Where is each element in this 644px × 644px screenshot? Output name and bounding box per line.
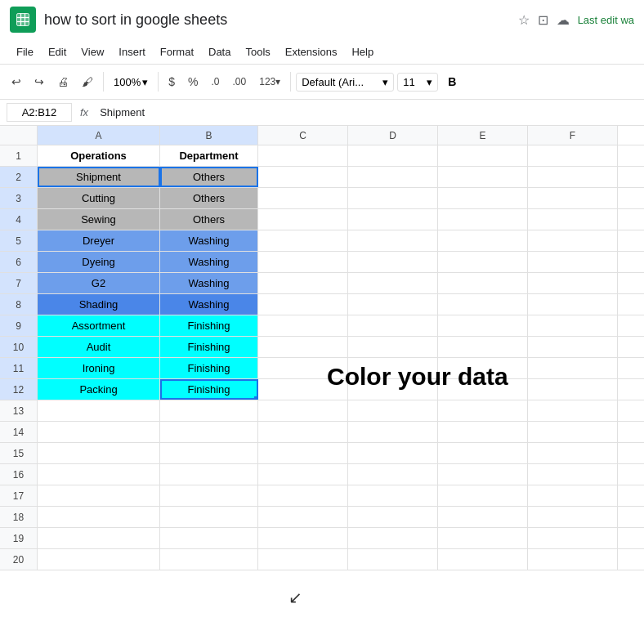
menu-help[interactable]: Help <box>345 42 380 61</box>
cell-f16[interactable] <box>528 464 618 485</box>
cell-d1[interactable] <box>348 145 438 166</box>
row-number-3[interactable]: 3 <box>0 188 38 208</box>
cell-b9[interactable]: Finishing <box>160 315 258 336</box>
menu-extensions[interactable]: Extensions <box>279 42 344 61</box>
cell-a13[interactable] <box>38 400 160 421</box>
row-number-14[interactable]: 14 <box>0 422 38 442</box>
fill-handle[interactable] <box>254 396 258 400</box>
cell-f6[interactable] <box>528 252 618 272</box>
cell-f5[interactable] <box>528 230 618 251</box>
cell-reference-input[interactable] <box>7 103 72 122</box>
zoom-selector[interactable]: 100% ▾ <box>109 73 153 92</box>
cell-a2[interactable]: Shipment <box>38 167 160 187</box>
row-number-13[interactable]: 13 <box>0 400 38 421</box>
cell-f3[interactable] <box>528 188 618 208</box>
redo-button[interactable]: ↪ <box>29 72 49 92</box>
cell-b17[interactable] <box>160 485 258 506</box>
cell-f18[interactable] <box>528 507 618 527</box>
cell-f2[interactable] <box>528 167 618 187</box>
cell-b4[interactable]: Others <box>160 209 258 230</box>
cell-a14[interactable] <box>38 422 160 442</box>
cell-d7[interactable] <box>348 273 438 293</box>
cell-f14[interactable] <box>528 422 618 442</box>
font-selector[interactable]: Default (Ari... ▾ <box>296 73 394 92</box>
cell-a17[interactable] <box>38 485 160 506</box>
cell-c5[interactable] <box>258 230 348 251</box>
cell-d20[interactable] <box>348 549 438 570</box>
cell-e13[interactable] <box>438 400 528 421</box>
cell-b18[interactable] <box>160 507 258 527</box>
row-number-20[interactable]: 20 <box>0 549 38 570</box>
cell-e20[interactable] <box>438 549 528 570</box>
cell-c1[interactable] <box>258 145 348 166</box>
cell-c17[interactable] <box>258 485 348 506</box>
row-number-2[interactable]: 2 <box>0 167 38 187</box>
cell-f11[interactable] <box>528 358 618 378</box>
bold-button[interactable]: B <box>441 72 463 92</box>
cell-d5[interactable] <box>348 230 438 251</box>
cell-e4[interactable] <box>438 209 528 230</box>
row-number-18[interactable]: 18 <box>0 507 38 527</box>
cell-a16[interactable] <box>38 464 160 485</box>
cell-f8[interactable] <box>528 294 618 315</box>
font-size-selector[interactable]: 11 ▾ <box>397 73 438 92</box>
last-edit-indicator[interactable]: Last edit wa <box>578 14 634 26</box>
cell-f20[interactable] <box>528 549 618 570</box>
menu-file[interactable]: File <box>10 42 40 61</box>
row-number-11[interactable]: 11 <box>0 358 38 378</box>
row-number-19[interactable]: 19 <box>0 528 38 548</box>
cell-d11[interactable] <box>348 358 438 378</box>
cell-e14[interactable] <box>438 422 528 442</box>
cell-b2[interactable]: Others <box>160 167 258 187</box>
cell-a1[interactable]: Operations <box>38 145 160 166</box>
cell-c16[interactable] <box>258 464 348 485</box>
cell-b8[interactable]: Washing <box>160 294 258 315</box>
cell-e18[interactable] <box>438 507 528 527</box>
cell-b16[interactable] <box>160 464 258 485</box>
cell-d14[interactable] <box>348 422 438 442</box>
col-header-e[interactable]: E <box>438 126 528 145</box>
cell-d10[interactable] <box>348 337 438 357</box>
menu-view[interactable]: View <box>74 42 110 61</box>
cell-b10[interactable]: Finishing <box>160 337 258 357</box>
cell-e7[interactable] <box>438 273 528 293</box>
cell-a7[interactable]: G2 <box>38 273 160 293</box>
cell-d8[interactable] <box>348 294 438 315</box>
cell-c8[interactable] <box>258 294 348 315</box>
cell-b6[interactable]: Washing <box>160 252 258 272</box>
cell-b13[interactable] <box>160 400 258 421</box>
cell-e10[interactable] <box>438 337 528 357</box>
cell-f4[interactable] <box>528 209 618 230</box>
cell-c20[interactable] <box>258 549 348 570</box>
cell-c9[interactable] <box>258 315 348 336</box>
cell-e1[interactable] <box>438 145 528 166</box>
cell-e17[interactable] <box>438 485 528 506</box>
row-number-1[interactable]: 1 <box>0 145 38 166</box>
cell-a15[interactable] <box>38 443 160 463</box>
cell-c3[interactable] <box>258 188 348 208</box>
cell-e16[interactable] <box>438 464 528 485</box>
cell-e5[interactable] <box>438 230 528 251</box>
cell-c15[interactable] <box>258 443 348 463</box>
cell-a11[interactable]: Ironing <box>38 358 160 378</box>
cell-b1[interactable]: Department <box>160 145 258 166</box>
cell-d15[interactable] <box>348 443 438 463</box>
cell-a8[interactable]: Shading <box>38 294 160 315</box>
row-number-7[interactable]: 7 <box>0 273 38 293</box>
cell-d4[interactable] <box>348 209 438 230</box>
cell-f19[interactable] <box>528 528 618 548</box>
cell-c13[interactable] <box>258 400 348 421</box>
cell-f12[interactable] <box>528 379 618 400</box>
row-number-16[interactable]: 16 <box>0 464 38 485</box>
number-format-button[interactable]: 123 ▾ <box>254 73 285 91</box>
row-number-9[interactable]: 9 <box>0 315 38 336</box>
cell-b14[interactable] <box>160 422 258 442</box>
star-icon[interactable]: ☆ <box>518 12 530 28</box>
cell-c6[interactable] <box>258 252 348 272</box>
cell-a5[interactable]: Dreyer <box>38 230 160 251</box>
row-number-8[interactable]: 8 <box>0 294 38 315</box>
col-header-d[interactable]: D <box>348 126 438 145</box>
cell-d16[interactable] <box>348 464 438 485</box>
menu-edit[interactable]: Edit <box>42 42 73 61</box>
cell-d13[interactable] <box>348 400 438 421</box>
